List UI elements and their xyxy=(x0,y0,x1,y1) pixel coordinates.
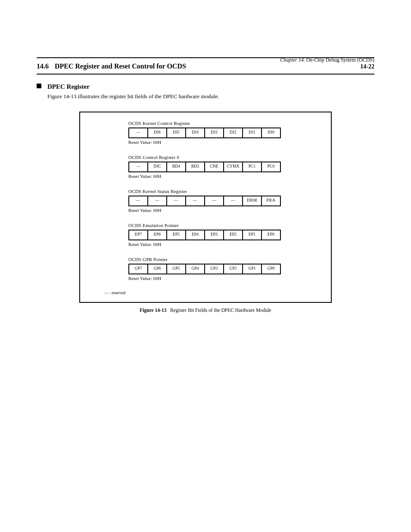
figure-footnote: — : reserved xyxy=(104,290,321,296)
register-cell: DBM xyxy=(243,196,262,205)
register-cell: EP1 xyxy=(243,230,262,240)
register-cell: DJ5 xyxy=(167,128,186,137)
register-title: OCDS Control Register 0 xyxy=(128,154,321,161)
figure-caption: Figure 14-13 Register Bit Fields of the … xyxy=(79,307,332,314)
figure-wrap: OCDS Kernel Control Register — DJ6 DJ5 D… xyxy=(79,112,332,314)
register-cell: — xyxy=(148,196,167,205)
register-cell: DJC xyxy=(148,162,167,171)
register-row: OCDS Emulation Pointer EP7 EP6 EP5 EP4 E… xyxy=(90,222,321,248)
chapter-label: Chapter 14. xyxy=(280,57,305,63)
figure-box: OCDS Kernel Control Register — DJ6 DJ5 D… xyxy=(79,112,332,303)
register-cell: — xyxy=(205,196,224,205)
register-cell: GP6 xyxy=(148,264,167,274)
register-reset-label: Reset Value: 00H xyxy=(128,174,321,180)
register-cell: DJ0 xyxy=(262,128,281,137)
register-cells: GP7 GP6 GP5 GP4 GP3 GP2 GP1 GP0 xyxy=(128,264,281,274)
bullet-body: Figure 14-13 illustrates the register bi… xyxy=(47,93,374,100)
page-header: Chapter 14. On-Chip Debug System (OCDS) … xyxy=(37,57,374,75)
register-cell: GP1 xyxy=(243,264,262,274)
register-cell: GP5 xyxy=(167,264,186,274)
register-cell: DJ4 xyxy=(186,128,205,137)
square-bullet-icon xyxy=(37,84,41,88)
register-row: OCDS Control Register 0 — DJC RD4 RD3 CN… xyxy=(90,154,321,180)
section-number: 14.6 xyxy=(37,62,49,71)
register-cell: CNE xyxy=(205,162,224,171)
register-cell: DJ6 xyxy=(148,128,167,137)
register-cell: — xyxy=(129,196,148,205)
figure-number: Figure 14-13 xyxy=(140,308,166,313)
register-cell: PC1 xyxy=(243,162,262,171)
register-cell: EP3 xyxy=(205,230,224,240)
register-reset-label: Reset Value: 00H xyxy=(128,276,321,282)
register-cell: GP4 xyxy=(186,264,205,274)
register-cell: RD3 xyxy=(186,162,205,171)
register-title: OCDS Emulation Pointer xyxy=(128,222,321,229)
register-title: OCDS Kernel Status Register xyxy=(128,188,321,195)
register-cell: EP0 xyxy=(262,230,281,240)
register-row: OCDS Kernel Control Register — DJ6 DJ5 D… xyxy=(90,120,321,146)
register-cell: — xyxy=(129,162,148,171)
register-reset-label: Reset Value: 00H xyxy=(128,208,321,214)
chapter-title: On-Chip Debug System (OCDS) xyxy=(306,57,374,63)
register-row: OCDS GPR Pointer GP7 GP6 GP5 GP4 GP3 GP2… xyxy=(90,256,321,282)
register-cell: — xyxy=(224,196,243,205)
register-cell: EP4 xyxy=(186,230,205,240)
register-title: OCDS Kernel Control Register xyxy=(128,120,321,127)
register-row: OCDS Kernel Status Register — — — — — — … xyxy=(90,188,321,214)
register-cell: EP2 xyxy=(224,230,243,240)
page: Chapter 14. On-Chip Debug System (OCDS) … xyxy=(0,0,411,532)
register-cell: — xyxy=(167,196,186,205)
register-cell: GP3 xyxy=(205,264,224,274)
register-cell: GP0 xyxy=(262,264,281,274)
register-cell: EP5 xyxy=(167,230,186,240)
register-cell: DJ2 xyxy=(224,128,243,137)
page-number: 14-22 xyxy=(360,63,374,71)
register-cell: — xyxy=(129,128,148,137)
bullet-label: DPEC Register xyxy=(47,82,90,91)
register-cell: DJ3 xyxy=(205,128,224,137)
divider xyxy=(37,74,374,75)
register-cell: RD4 xyxy=(167,162,186,171)
register-title: OCDS GPR Pointer xyxy=(128,256,321,263)
bullet-item: DPEC Register xyxy=(37,82,374,91)
register-cell: DJ1 xyxy=(243,128,262,137)
figure-caption-text: Register Bit Fields of the DPEC Hardware… xyxy=(170,308,271,313)
register-cell: GP2 xyxy=(224,264,243,274)
register-cell: EP7 xyxy=(129,230,148,240)
chapter-label-block: Chapter 14. On-Chip Debug System (OCDS) xyxy=(280,56,374,63)
register-cell: GP7 xyxy=(129,264,148,274)
register-cell: — xyxy=(186,196,205,205)
register-cells: — DJC RD4 RD3 CNE CYMX PC1 PC0 xyxy=(128,162,281,172)
register-reset-label: Reset Value: 00H xyxy=(128,140,321,146)
register-cell: PC0 xyxy=(262,162,281,171)
register-cell: EP6 xyxy=(148,230,167,240)
register-cell: CYMX xyxy=(224,162,243,171)
register-cells: — DJ6 DJ5 DJ4 DJ3 DJ2 DJ1 DJ0 xyxy=(128,128,281,138)
register-cells: EP7 EP6 EP5 EP4 EP3 EP2 EP1 EP0 xyxy=(128,230,281,240)
register-cell: PRA xyxy=(262,196,281,205)
register-cells: — — — — — — DBM PRA xyxy=(128,196,281,206)
register-reset-label: Reset Value: 00H xyxy=(128,242,321,248)
